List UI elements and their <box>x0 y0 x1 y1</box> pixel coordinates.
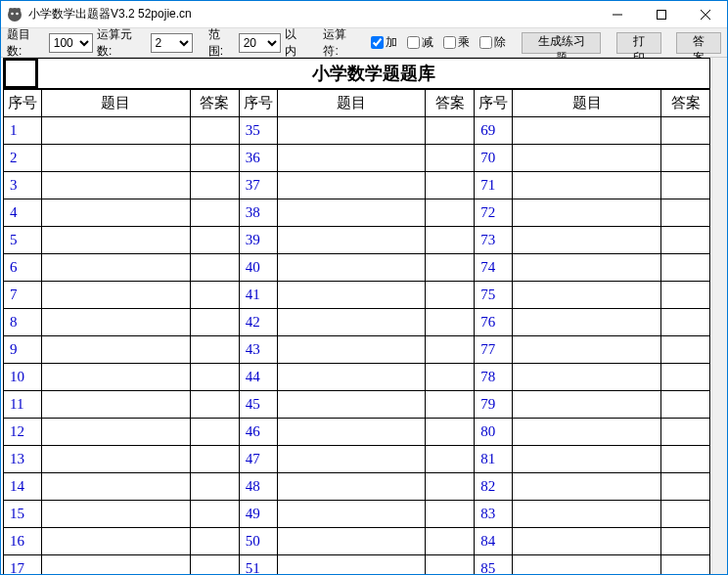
answer-cell[interactable] <box>661 391 710 419</box>
row-index-cell[interactable]: 77 <box>475 336 513 364</box>
answer-cell[interactable] <box>426 254 475 282</box>
row-index-cell[interactable]: 42 <box>239 309 277 336</box>
question-cell[interactable] <box>277 172 426 199</box>
answer-cell[interactable] <box>190 555 239 575</box>
row-index-cell[interactable]: 84 <box>475 528 513 555</box>
answer-cell[interactable] <box>426 419 475 446</box>
question-cell[interactable] <box>277 145 426 172</box>
row-index-cell[interactable]: 3 <box>4 172 42 199</box>
answer-cell[interactable] <box>661 555 710 575</box>
row-index-cell[interactable]: 85 <box>475 555 513 575</box>
row-index-cell[interactable]: 46 <box>239 419 277 446</box>
answer-cell[interactable] <box>661 473 710 501</box>
answer-cell[interactable] <box>190 391 239 419</box>
row-index-cell[interactable]: 13 <box>4 446 42 473</box>
answer-cell[interactable] <box>426 227 475 254</box>
question-cell[interactable] <box>513 117 661 145</box>
question-cell[interactable] <box>42 555 191 575</box>
answer-cell[interactable] <box>190 145 239 172</box>
answer-cell[interactable] <box>661 117 710 145</box>
row-index-cell[interactable]: 44 <box>239 364 277 391</box>
row-index-cell[interactable]: 8 <box>4 309 42 336</box>
question-cell[interactable] <box>513 309 661 336</box>
row-index-cell[interactable]: 51 <box>239 555 277 575</box>
answer-cell[interactable] <box>661 528 710 555</box>
question-cell[interactable] <box>42 254 191 282</box>
answer-cell[interactable] <box>190 528 239 555</box>
row-index-cell[interactable]: 72 <box>475 199 513 227</box>
row-index-cell[interactable]: 78 <box>475 364 513 391</box>
row-index-cell[interactable]: 16 <box>4 528 42 555</box>
question-cell[interactable] <box>277 282 426 309</box>
answer-cell[interactable] <box>426 528 475 555</box>
answer-cell[interactable] <box>661 172 710 199</box>
answer-cell[interactable] <box>190 199 239 227</box>
row-index-cell[interactable]: 45 <box>239 391 277 419</box>
question-cell[interactable] <box>277 446 426 473</box>
question-cell[interactable] <box>513 419 661 446</box>
row-index-cell[interactable]: 74 <box>475 254 513 282</box>
answer-cell[interactable] <box>190 172 239 199</box>
row-index-cell[interactable]: 37 <box>239 172 277 199</box>
row-index-cell[interactable]: 70 <box>475 145 513 172</box>
answer-cell[interactable] <box>661 364 710 391</box>
question-cell[interactable] <box>513 145 661 172</box>
question-cell[interactable] <box>513 254 661 282</box>
answer-cell[interactable] <box>661 336 710 364</box>
question-cell[interactable] <box>42 227 191 254</box>
row-index-cell[interactable]: 36 <box>239 145 277 172</box>
question-cell[interactable] <box>42 282 191 309</box>
question-cell[interactable] <box>42 199 191 227</box>
row-index-cell[interactable]: 71 <box>475 172 513 199</box>
answer-cell[interactable] <box>426 336 475 364</box>
answer-cell[interactable] <box>661 419 710 446</box>
row-index-cell[interactable]: 49 <box>239 501 277 528</box>
answer-cell[interactable] <box>661 309 710 336</box>
row-index-cell[interactable]: 76 <box>475 309 513 336</box>
question-cell[interactable] <box>42 391 191 419</box>
row-index-cell[interactable]: 2 <box>4 145 42 172</box>
row-index-cell[interactable]: 5 <box>4 227 42 254</box>
question-cell[interactable] <box>513 227 661 254</box>
row-index-cell[interactable]: 79 <box>475 391 513 419</box>
answer-cell[interactable] <box>190 282 239 309</box>
mul-label[interactable]: 乘 <box>458 34 470 51</box>
question-cell[interactable] <box>513 172 661 199</box>
add-label[interactable]: 加 <box>386 34 397 51</box>
row-index-cell[interactable]: 11 <box>4 391 42 419</box>
question-cell[interactable] <box>42 309 191 336</box>
answer-cell[interactable] <box>190 446 239 473</box>
question-cell[interactable] <box>277 309 426 336</box>
row-index-cell[interactable]: 38 <box>239 199 277 227</box>
vertical-scrollbar[interactable] <box>711 58 727 574</box>
question-cell[interactable] <box>42 336 191 364</box>
answer-cell[interactable] <box>190 473 239 501</box>
answer-cell[interactable] <box>190 227 239 254</box>
question-cell[interactable] <box>513 555 661 575</box>
maximize-button[interactable] <box>639 1 683 27</box>
question-cell[interactable] <box>513 336 661 364</box>
question-cell[interactable] <box>513 391 661 419</box>
question-cell[interactable] <box>277 117 426 145</box>
row-index-cell[interactable]: 15 <box>4 501 42 528</box>
row-index-cell[interactable]: 82 <box>475 473 513 501</box>
row-index-cell[interactable]: 35 <box>239 117 277 145</box>
question-cell[interactable] <box>42 446 191 473</box>
answer-button[interactable]: 答案 <box>676 32 721 54</box>
row-index-cell[interactable]: 39 <box>239 227 277 254</box>
row-index-cell[interactable]: 69 <box>475 117 513 145</box>
answer-cell[interactable] <box>426 172 475 199</box>
answer-cell[interactable] <box>426 555 475 575</box>
row-index-cell[interactable]: 17 <box>4 555 42 575</box>
question-cell[interactable] <box>277 473 426 501</box>
answer-cell[interactable] <box>661 254 710 282</box>
question-cell[interactable] <box>277 254 426 282</box>
answer-cell[interactable] <box>426 364 475 391</box>
operands-select[interactable]: 2 <box>151 33 193 53</box>
mul-checkbox[interactable] <box>443 36 456 49</box>
question-cell[interactable] <box>277 364 426 391</box>
row-index-cell[interactable]: 1 <box>4 117 42 145</box>
row-index-cell[interactable]: 50 <box>239 528 277 555</box>
question-cell[interactable] <box>513 282 661 309</box>
answer-cell[interactable] <box>426 501 475 528</box>
